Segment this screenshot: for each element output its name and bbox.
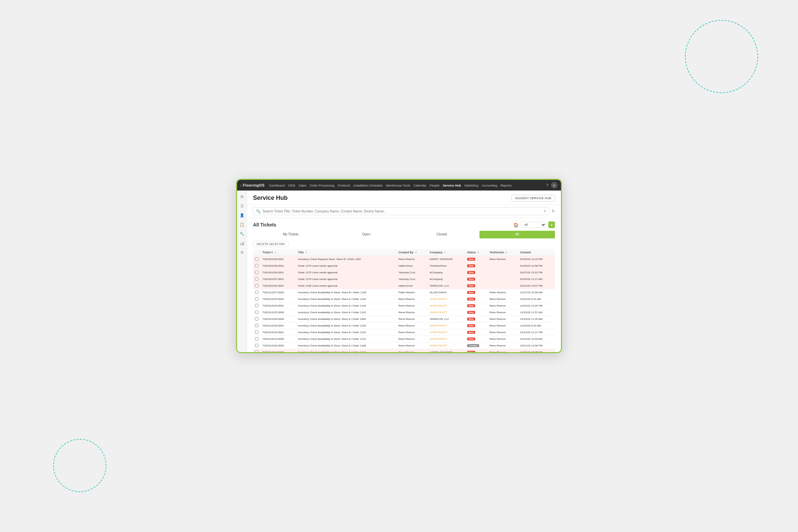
row-checkbox[interactable] — [255, 277, 258, 281]
table-row[interactable]: T202312230:0000 Inventory Check Availabi… — [253, 342, 555, 349]
row-checkbox-cell — [253, 283, 260, 289]
table-row[interactable]: T202312213:0000 Inventory Check Availabi… — [253, 336, 555, 342]
table-row[interactable]: T202401037:0001 Order 1270 Lines needs a… — [253, 276, 555, 283]
th-company[interactable]: Company ⇕ — [428, 249, 465, 256]
nav-link-crm[interactable]: CRM — [288, 184, 295, 187]
row-checkbox[interactable] — [255, 310, 258, 314]
row-checkbox[interactable] — [255, 344, 258, 347]
row-checkbox-cell — [253, 289, 260, 296]
row-company: JOHN PRUITT — [428, 336, 465, 342]
page-header: Service Hub ISOGENT SERVICE HUB — [247, 191, 561, 205]
company-link[interactable]: JOHN PRUITT — [430, 298, 447, 301]
row-checkbox-cell — [253, 329, 260, 336]
row-checkbox[interactable] — [255, 258, 258, 261]
sidebar-icon-list[interactable]: 📋 — [239, 221, 245, 228]
company-link[interactable]: JOHN PRUITT — [430, 304, 447, 307]
table-row[interactable]: T202401039:0001 Order 1275 Lines needs a… — [253, 269, 555, 276]
row-checkbox[interactable] — [255, 324, 258, 327]
tab-all[interactable]: All — [479, 231, 555, 239]
company-link[interactable]: JOHN PRUITT — [430, 338, 447, 341]
row-checkbox[interactable] — [255, 337, 258, 341]
tab-open[interactable]: Open — [328, 231, 404, 239]
company-link[interactable]: JOHN PRUITT — [430, 324, 447, 327]
th-ticket-number[interactable]: Ticket # ⇕ — [260, 249, 296, 256]
sort-arrow-status: ⇕ — [477, 251, 479, 254]
th-created-by[interactable]: Created By ⇕ — [396, 249, 428, 256]
table-row[interactable]: T202401040:0001 Order 1169 Lines needs a… — [253, 283, 555, 289]
help-icon[interactable]: ? — [546, 183, 548, 187]
table-row[interactable]: T202312233:0001 Inventory Check Availabi… — [253, 329, 555, 336]
status-badge: New — [467, 291, 475, 294]
nav-link-calendar[interactable]: Calendar — [414, 184, 426, 187]
nav-link-accounting[interactable]: Accounting — [481, 184, 497, 187]
row-ticket-number: T202312316:0000 — [260, 349, 296, 353]
row-status: New — [465, 349, 488, 353]
th-created[interactable]: Created ↓ — [518, 249, 555, 256]
th-title[interactable]: Title ⇕ — [296, 249, 396, 256]
sidebar-icon-settings[interactable]: ⚙ — [239, 249, 245, 256]
row-checkbox[interactable] — [255, 264, 258, 267]
sidebar-icon-chart[interactable]: 📊 — [239, 240, 245, 246]
row-checkbox[interactable] — [255, 330, 258, 334]
table-row[interactable]: T202401039:0001 Order 1279 Lines needs a… — [253, 263, 555, 269]
nav-brand-name[interactable]: FlooringOS — [243, 183, 265, 187]
sidebar-icon-user[interactable]: 👤 — [239, 212, 245, 218]
table-row[interactable]: T202312225:0000 Inventory Check Availabi… — [253, 309, 555, 316]
row-checkbox[interactable] — [255, 271, 258, 274]
search-clear-icon[interactable]: ✕ — [543, 209, 547, 213]
company-name: HARRY JOHNSON — [430, 351, 453, 352]
nav-link-marketing[interactable]: Marketing — [464, 184, 478, 187]
table-row[interactable]: T202312229:0001 Inventory Check Availabi… — [253, 323, 555, 329]
row-technician: Rene Riveron — [488, 303, 518, 309]
nav-link-warehouse[interactable]: Warehouse Tools — [386, 184, 410, 187]
nav-link-order-processing[interactable]: Order Processing — [310, 184, 335, 187]
row-checkbox[interactable] — [255, 350, 258, 353]
row-checkbox[interactable] — [255, 317, 258, 321]
th-status[interactable]: Status ⇕ — [465, 249, 488, 256]
sidebar-icon-tools[interactable]: 🔧 — [239, 230, 245, 237]
row-technician: Rene Riveron — [488, 296, 518, 303]
row-created-date: 12/22/23 9:31 AM — [518, 296, 555, 303]
search-input[interactable] — [263, 209, 543, 213]
nav-brand: › FlooringOS — [241, 183, 265, 187]
tab-closed[interactable]: Closed — [404, 231, 479, 239]
table-row[interactable]: T202312228:0000 Inventory Check Availabi… — [253, 316, 555, 323]
house-icon[interactable]: 🏠 — [513, 223, 519, 227]
row-checkbox[interactable] — [255, 291, 258, 294]
status-badge: New — [467, 331, 475, 334]
row-status: New — [465, 256, 488, 263]
table-row[interactable]: T202312225:0001 Inventory Check Availabi… — [253, 303, 555, 309]
row-title: Inventory Check Availability in Store: S… — [296, 329, 396, 336]
row-technician — [488, 263, 518, 269]
th-technician[interactable]: Technician ⇕ — [488, 249, 518, 256]
company-link[interactable]: JOHN PRUITT — [430, 344, 447, 347]
add-ticket-button[interactable]: + — [548, 222, 555, 228]
sidebar: ⊞ ☰ 👤 📋 🔧 📊 ⚙ — [237, 191, 247, 352]
row-checkbox[interactable] — [255, 284, 258, 287]
nav-link-reports[interactable]: Reports — [500, 184, 511, 187]
delete-selected-button[interactable]: DELETE SELECTED — [253, 241, 289, 247]
company-link[interactable]: JOHN PRUITT — [430, 331, 447, 334]
row-checkbox[interactable] — [255, 297, 258, 301]
row-checkbox[interactable] — [255, 304, 258, 307]
company-link[interactable]: JOHN PRUITT — [430, 311, 447, 314]
table-row[interactable]: T202401039:0001 Inventory Check Request … — [253, 256, 555, 263]
isogent-service-hub-button[interactable]: ISOGENT SERVICE HUB — [511, 195, 555, 202]
tab-my-tickets[interactable]: My Tickets — [253, 231, 328, 239]
nav-link-products[interactable]: Products — [338, 184, 350, 187]
search-refresh-icon[interactable]: ↻ — [552, 209, 555, 213]
table-row[interactable]: T202312227:0000 Inventory Check Availabi… — [253, 289, 555, 296]
table-row[interactable]: T202312225:0002 Inventory Check Availabi… — [253, 296, 555, 303]
tickets-controls: 🏠 All My Tickets + — [513, 222, 555, 228]
nav-link-service-hub[interactable]: Service Hub — [443, 184, 461, 187]
nav-link-dashboard[interactable]: Dashboard — [269, 184, 285, 187]
nav-link-people[interactable]: People — [430, 184, 440, 187]
row-company: HARRY JOHNSON — [428, 349, 465, 353]
table-row[interactable]: T202312316:0000 Inventory Check Availabi… — [253, 349, 555, 353]
nav-link-sales[interactable]: Sales — [299, 184, 307, 187]
user-avatar[interactable]: JL — [551, 182, 557, 189]
filter-select[interactable]: All My Tickets — [521, 222, 546, 228]
sidebar-icon-menu[interactable]: ☰ — [239, 203, 245, 209]
nav-link-installation[interactable]: Installation Schedule — [354, 184, 383, 187]
sidebar-icon-home[interactable]: ⊞ — [239, 193, 245, 200]
